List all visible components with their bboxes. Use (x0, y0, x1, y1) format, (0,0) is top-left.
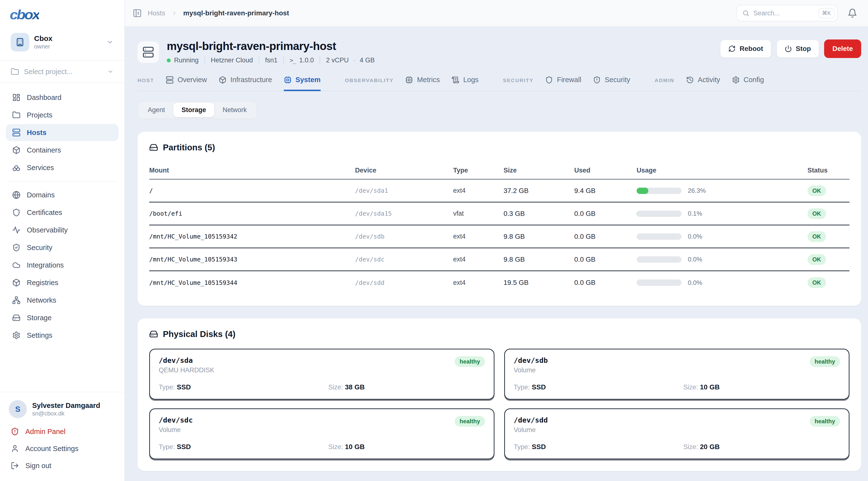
sidebar-item-label: Security (27, 244, 53, 252)
topbar: Hosts mysql-bright-raven-primary-host Se… (125, 0, 868, 27)
disk-size: Size:10 GB (329, 443, 485, 451)
cell-usage: 0.0% (637, 256, 808, 263)
sidebar-item-dashboard[interactable]: Dashboard (6, 89, 119, 106)
delete-button[interactable]: Delete (824, 39, 861, 58)
tab-label: Logs (463, 76, 478, 84)
search-placeholder: Search... (753, 9, 815, 17)
notifications-bell-icon[interactable] (847, 8, 857, 18)
project-selector[interactable]: Select project... (0, 61, 124, 83)
cell-mount: /mnt/HC_Volume_105159343 (149, 256, 355, 263)
tab-group-host: HOST (137, 77, 154, 91)
disk-model: Volume (159, 426, 193, 434)
cloud-icon (12, 261, 21, 269)
usage-percent: 0.0% (688, 233, 702, 240)
reboot-button[interactable]: Reboot (720, 39, 771, 58)
sidebar-item-settings[interactable]: Settings (6, 327, 119, 344)
stop-button[interactable]: Stop (776, 39, 819, 58)
boxes-icon (12, 163, 21, 172)
tab-infrastructure[interactable]: Infrastructure (219, 76, 272, 91)
topbar-right: Search... ⌘K (736, 5, 857, 22)
tab-config[interactable]: Config (732, 76, 764, 91)
sidebar-item-containers[interactable]: Containers (6, 141, 119, 159)
cell-used: 0.0 GB (574, 233, 637, 241)
subtab-agent[interactable]: Agent (140, 103, 173, 117)
cell-device: /dev/sdd (355, 279, 453, 286)
usage-bar (637, 256, 681, 263)
server-icon (12, 128, 21, 137)
tab-system[interactable]: System (284, 76, 321, 91)
sidebar-item-networks[interactable]: Networks (6, 292, 119, 309)
subtab-network[interactable]: Network (214, 103, 255, 117)
type-label: Type: (514, 384, 530, 391)
host-agent-version: >_ 1.0.0 (283, 57, 320, 64)
cell-size: 37.2 GB (503, 187, 574, 195)
status-badge: OK (808, 231, 826, 242)
brand-logo[interactable]: cbox (0, 0, 124, 28)
tab-overview[interactable]: Overview (166, 76, 207, 91)
sidebar-item-label: Certificates (27, 209, 62, 217)
tab-label: Firewall (557, 76, 581, 84)
gear-icon (12, 331, 21, 340)
system-subtabs: Agent Storage Network (137, 101, 257, 119)
disk-card-header: /dev/sdd Volume healthy (514, 416, 840, 434)
collapse-sidebar-icon[interactable] (133, 8, 142, 18)
subtab-storage[interactable]: Storage (173, 103, 215, 117)
tab-logs[interactable]: Logs (452, 76, 478, 91)
sign-out-link[interactable]: Sign out (6, 457, 119, 474)
sidebar-item-security[interactable]: Security (6, 239, 119, 256)
user-profile[interactable]: S Sylvester Damgaard sn@cbox.dk (6, 398, 119, 423)
admin-panel-link[interactable]: Admin Panel (6, 423, 119, 440)
sidebar-item-label: Storage (27, 314, 52, 322)
sidebar-item-observability[interactable]: Observability (6, 222, 119, 238)
tab-metrics[interactable]: Metrics (405, 76, 440, 91)
content: mysql-bright-raven-primary-host Running … (125, 27, 868, 481)
workspace-meta: Cbox owner (34, 34, 101, 50)
account-settings-link[interactable]: Account Settings (6, 440, 119, 457)
col-device: Device (355, 167, 453, 174)
disk-grid: /dev/sda QEMU HARDDISK healthy Type:SSD … (149, 349, 849, 459)
sidebar: cbox Cbox owner Select project... Dashbo… (0, 0, 125, 481)
search-input[interactable]: Search... ⌘K (736, 5, 838, 22)
cell-status: OK (808, 254, 849, 265)
disk-card-header: /dev/sdc Volume healthy (159, 416, 485, 434)
sidebar-item-integrations[interactable]: Integrations (6, 257, 119, 274)
server-icon (166, 76, 174, 84)
sidebar-item-services[interactable]: Services (6, 159, 119, 176)
disk-card-header: /dev/sdb Volume healthy (514, 356, 840, 374)
cpu-gauge-icon (405, 76, 413, 84)
sidebar-item-certificates[interactable]: Certificates (6, 204, 119, 221)
host-resources: 2 vCPU · 4 GB (320, 57, 381, 64)
tab-security[interactable]: Security (593, 76, 630, 91)
workspace-selector[interactable]: Cbox owner (6, 29, 119, 55)
sidebar-item-hosts[interactable]: Hosts (6, 124, 119, 141)
sidebar-item-registries[interactable]: Registries (6, 274, 119, 291)
host-title-block: mysql-bright-raven-primary-host Running … (167, 39, 381, 64)
cell-type: ext4 (453, 279, 503, 287)
tab-label: Security (605, 76, 630, 84)
breadcrumb-hosts[interactable]: Hosts (148, 9, 165, 17)
shield-icon (12, 209, 21, 217)
user-icon (11, 444, 19, 453)
tab-firewall[interactable]: Firewall (545, 76, 581, 91)
partitions-title: Partitions (5) (149, 142, 849, 152)
sidebar-item-domains[interactable]: Domains (6, 186, 119, 203)
physical-disks-title-text: Physical Disks (4) (163, 329, 236, 339)
cell-used: 0.0 GB (574, 210, 637, 218)
host-status-label: Running (174, 57, 199, 64)
status-badge: OK (808, 254, 826, 265)
tab-activity[interactable]: Activity (686, 76, 720, 91)
size-value: 10 GB (700, 383, 720, 391)
dashboard-icon (12, 93, 21, 102)
cell-device: /dev/sda1 (355, 187, 453, 194)
cell-usage: 0.1% (637, 210, 808, 217)
user-meta: Sylvester Damgaard sn@cbox.dk (32, 402, 100, 417)
tab-label: Activity (698, 76, 720, 84)
disk-type: Type:SSD (159, 443, 329, 451)
sidebar-item-storage[interactable]: Storage (6, 309, 119, 326)
cell-mount: / (149, 187, 355, 194)
size-value: 38 GB (345, 383, 365, 391)
search-shortcut-kbd: ⌘K (818, 8, 834, 18)
sidebar-item-projects[interactable]: Projects (6, 106, 119, 124)
partitions-title-text: Partitions (5) (163, 142, 215, 152)
cell-type: ext4 (453, 233, 503, 240)
